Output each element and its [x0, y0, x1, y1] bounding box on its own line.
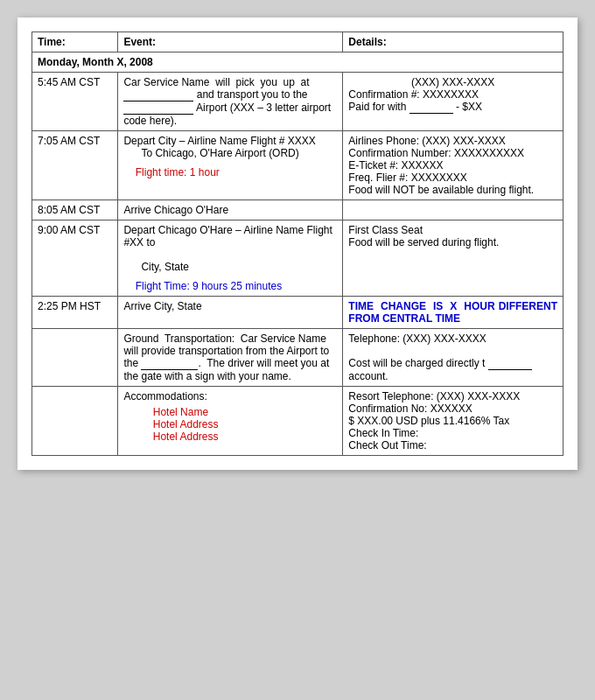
- table-row: Accommodations: Hotel Name Hotel Address…: [32, 387, 564, 456]
- table-row: 8:05 AM CST Arrive Chicago O'Hare: [32, 200, 564, 220]
- itinerary-table: Time: Event: Details: Monday, Month X, 2…: [32, 32, 564, 456]
- time-cell-1: 5:45 AM CST: [32, 73, 118, 131]
- detail-line: TIME CHANGE IS X HOUR DIFFERENT FROM CEN…: [348, 300, 557, 325]
- time-cell-6: [32, 329, 118, 387]
- event-line: [123, 248, 337, 261]
- detail-line: Telephone: (XXX) XXX-XXXX: [348, 332, 557, 345]
- event-cell-3: Arrive Chicago O'Hare: [118, 200, 343, 220]
- details-cell-2: Airlines Phone: (XXX) XXX-XXXX Confirmat…: [343, 131, 564, 200]
- detail-line: Confirmation Number: XXXXXXXXXX: [348, 147, 557, 159]
- event-line: Flight time: 1 hour: [123, 166, 337, 178]
- detail-line: Confirmation #: XXXXXXXX: [348, 88, 557, 101]
- time-cell-5: 2:25 PM HST: [32, 297, 118, 329]
- details-cell-3: [343, 200, 564, 220]
- time-cell-2: 7:05 AM CST: [32, 131, 118, 200]
- event-cell-4: Depart Chicago O'Hare – Airline Name Fli…: [118, 220, 343, 297]
- table-row: 7:05 AM CST Depart City – Airline Name F…: [32, 131, 564, 200]
- time-cell-3: 8:05 AM CST: [32, 200, 118, 220]
- date-cell: Monday, Month X, 2008: [32, 52, 564, 73]
- time-cell-4: 9:00 AM CST: [32, 220, 118, 297]
- detail-line: Cost will be charged directly t account.: [348, 357, 557, 382]
- event-line: Depart Chicago O'Hare – Airline Name Fli…: [123, 224, 337, 248]
- detail-line: Freq. Flier #: XXXXXXXX: [348, 172, 557, 184]
- event-line: Accommodations:: [123, 390, 337, 402]
- detail-line: Airlines Phone: (XXX) XXX-XXXX: [348, 135, 557, 147]
- event-line: City, State: [123, 261, 337, 273]
- table-row: 2:25 PM HST Arrive City, State TIME CHAN…: [32, 297, 564, 329]
- details-cell-1: (XXX) XXX-XXXX Confirmation #: XXXXXXXX …: [343, 73, 564, 131]
- header-event: Event:: [118, 32, 343, 52]
- date-row: Monday, Month X, 2008: [32, 52, 564, 73]
- detail-line: Check In Time:: [348, 427, 557, 439]
- event-line: Ground Transportation: Car Service Name …: [123, 332, 337, 382]
- detail-line: Paid for with - $XX: [348, 101, 557, 114]
- event-line: Arrive City, State: [123, 300, 337, 312]
- detail-line: Confirmation No: XXXXXX: [348, 402, 557, 415]
- event-line: Flight Time: 9 hours 25 minutes: [123, 280, 337, 292]
- table-row: 9:00 AM CST Depart Chicago O'Hare – Airl…: [32, 220, 564, 297]
- time-cell-7: [32, 387, 118, 456]
- event-line: Hotel Address: [123, 418, 337, 430]
- detail-line: E-Ticket #: XXXXXX: [348, 159, 557, 172]
- blank: [123, 88, 193, 102]
- event-line: Arrive Chicago O'Hare: [123, 204, 337, 216]
- detail-line: Resort Telephone: (XXX) XXX-XXXX: [348, 390, 557, 402]
- detail-line: Food will NOT be available during flight…: [348, 184, 557, 196]
- detail-line: Food will be served during flight.: [348, 236, 557, 248]
- event-cell-5: Arrive City, State: [118, 297, 343, 329]
- details-cell-4: First Class Seat Food will be served dur…: [343, 220, 564, 297]
- event-line: Hotel Name: [123, 406, 337, 418]
- event-cell-1: Car Service Name will pick you up at and…: [118, 73, 343, 131]
- table-row: 5:45 AM CST Car Service Name will pick y…: [32, 73, 564, 131]
- detail-line: $ XXX.00 USD plus 11.4166% Tax: [348, 415, 557, 427]
- event-line: Hotel Address: [123, 430, 337, 443]
- table-row: Ground Transportation: Car Service Name …: [32, 329, 564, 387]
- blank: [410, 101, 453, 114]
- event-cell-7: Accommodations: Hotel Name Hotel Address…: [118, 387, 343, 456]
- header-time: Time:: [32, 32, 118, 52]
- blank: [123, 102, 193, 115]
- page: Time: Event: Details: Monday, Month X, 2…: [18, 18, 578, 470]
- event-line: Depart City – Airline Name Flight # XXXX: [123, 135, 337, 147]
- detail-line: (XXX) XXX-XXXX: [348, 76, 557, 88]
- details-cell-6: Telephone: (XXX) XXX-XXXX Cost will be c…: [343, 329, 564, 387]
- details-cell-7: Resort Telephone: (XXX) XXX-XXXX Confirm…: [343, 387, 564, 456]
- details-cell-5: TIME CHANGE IS X HOUR DIFFERENT FROM CEN…: [343, 297, 564, 329]
- detail-line: First Class Seat: [348, 224, 557, 236]
- event-cell-6: Ground Transportation: Car Service Name …: [118, 329, 343, 387]
- blank: [488, 357, 532, 370]
- header-details: Details:: [343, 32, 564, 52]
- detail-line: [348, 345, 557, 357]
- event-cell-2: Depart City – Airline Name Flight # XXXX…: [118, 131, 343, 200]
- blank: [141, 357, 198, 370]
- event-line: To Chicago, O'Hare Airport (ORD): [123, 147, 337, 159]
- detail-line: Check Out Time:: [348, 439, 557, 452]
- table-header-row: Time: Event: Details:: [32, 32, 564, 52]
